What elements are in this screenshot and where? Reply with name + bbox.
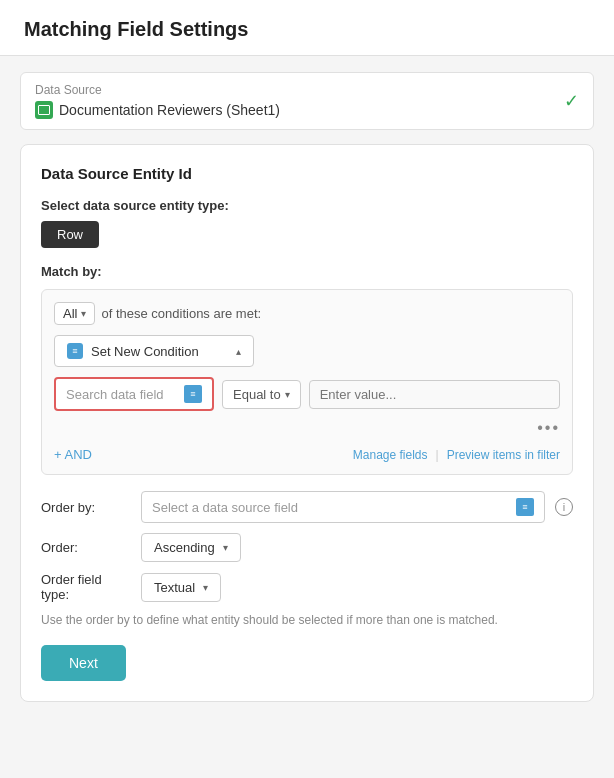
order-by-placeholder: Select a data source field (152, 500, 298, 515)
order-type-chevron: ▾ (203, 582, 208, 593)
order-by-info-icon[interactable]: i (555, 498, 573, 516)
enter-value-input[interactable] (309, 380, 560, 409)
dots-menu-container: ••• (54, 419, 560, 437)
card-title: Data Source Entity Id (41, 165, 573, 182)
data-source-label: Data Source (35, 83, 280, 97)
check-icon: ✓ (564, 90, 579, 112)
order-by-row: Order by: Select a data source field i (41, 491, 573, 523)
data-source-left: Data Source Documentation Reviewers (She… (35, 83, 280, 119)
main-card: Data Source Entity Id Select data source… (20, 144, 594, 702)
search-field-icon (184, 385, 202, 403)
order-field-type-dropdown[interactable]: Textual ▾ (141, 573, 221, 602)
search-data-field-dropdown[interactable]: Search data field (54, 377, 214, 411)
search-data-field-text: Search data field (66, 387, 164, 402)
order-hint-text: Use the order by to define what entity s… (41, 612, 573, 629)
data-source-value: Documentation Reviewers (Sheet1) (35, 101, 280, 119)
order-section: Order by: Select a data source field i O… (41, 491, 573, 681)
entity-type-label: Select data source entity type: (41, 198, 573, 213)
preview-items-link[interactable]: Preview items in filter (447, 448, 560, 462)
all-dropdown-chevron: ▾ (81, 308, 86, 319)
order-by-label: Order by: (41, 500, 131, 515)
order-row: Order: Ascending ▾ (41, 533, 573, 562)
order-label: Order: (41, 540, 131, 555)
set-condition-chevron: ▴ (236, 346, 241, 357)
set-condition-label: Set New Condition (91, 344, 199, 359)
order-dropdown[interactable]: Ascending ▾ (141, 533, 241, 562)
set-condition-row: Set New Condition ▴ (54, 335, 560, 367)
footer-links: Manage fields | Preview items in filter (353, 448, 560, 462)
all-conditions-dropdown[interactable]: All ▾ (54, 302, 95, 325)
order-field-type-label: Order field type: (41, 572, 131, 602)
next-button[interactable]: Next (41, 645, 126, 681)
page-content: Data Source Documentation Reviewers (She… (0, 56, 614, 718)
conditions-header: All ▾ of these conditions are met: (54, 302, 560, 325)
data-source-name: Documentation Reviewers (Sheet1) (59, 102, 280, 118)
and-button[interactable]: + AND (54, 447, 92, 462)
dots-menu-button[interactable]: ••• (537, 419, 560, 437)
equal-to-chevron: ▾ (285, 389, 290, 400)
condition-row: Search data field Equal to ▾ (54, 377, 560, 411)
order-dropdown-chevron: ▾ (223, 542, 228, 553)
equal-to-text: Equal to (233, 387, 281, 402)
entity-type-row-button[interactable]: Row (41, 221, 99, 248)
order-field-type-row: Order field type: Textual ▾ (41, 572, 573, 602)
order-value: Ascending (154, 540, 215, 555)
set-condition-button[interactable]: Set New Condition ▴ (54, 335, 254, 367)
match-by-label: Match by: (41, 264, 573, 279)
conditions-container: All ▾ of these conditions are met: Set N… (41, 289, 573, 475)
order-by-field-select[interactable]: Select a data source field (141, 491, 545, 523)
all-option-text: All (63, 306, 77, 321)
conditions-text: of these conditions are met: (101, 306, 261, 321)
manage-fields-link[interactable]: Manage fields (353, 448, 428, 462)
data-source-bar: Data Source Documentation Reviewers (She… (20, 72, 594, 130)
page-header: Matching Field Settings (0, 0, 614, 56)
order-field-type-value: Textual (154, 580, 195, 595)
order-field-search-icon (516, 498, 534, 516)
sheet-icon (35, 101, 53, 119)
pipe-separator: | (436, 448, 439, 462)
equal-to-dropdown[interactable]: Equal to ▾ (222, 380, 301, 409)
conditions-footer: + AND Manage fields | Preview items in f… (54, 447, 560, 462)
set-condition-icon (67, 343, 83, 359)
page-title: Matching Field Settings (24, 18, 590, 41)
